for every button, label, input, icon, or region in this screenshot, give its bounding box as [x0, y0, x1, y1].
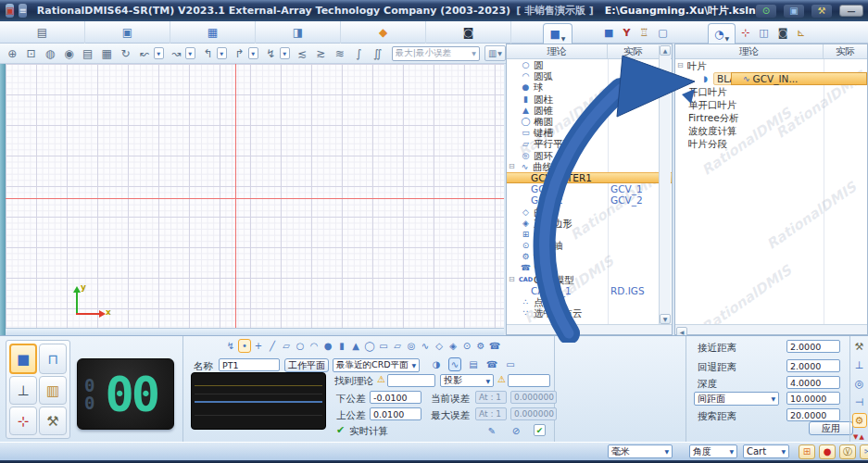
tree-row-single-open-blade[interactable]: 单开口叶片 [675, 98, 867, 111]
workplane-button[interactable]: 工作平面 [284, 358, 329, 372]
retract-input[interactable] [786, 359, 840, 372]
tree-row-parallel-planes[interactable]: ▱平行平面 [507, 138, 672, 149]
actual-column-header[interactable]: 实际 [608, 44, 659, 58]
expander-icon[interactable]: ⊟ [509, 274, 517, 285]
eraser-icon[interactable]: ⊘ [509, 424, 522, 438]
tree-row-torus[interactable]: ◎圆环 [507, 150, 672, 161]
scroll-up-button[interactable]: ▲ [660, 45, 671, 56]
ribbon-tab-6[interactable]: ◙ [426, 21, 511, 44]
apply-button[interactable]: 应用 [809, 421, 853, 435]
theory-column-header[interactable]: 理论 [675, 44, 824, 58]
pan-icon[interactable]: ⊕ [4, 45, 20, 62]
tree-row-blade1[interactable]: ◗ BLADE1 ∿ GCV_IN... [675, 72, 867, 85]
tree-row-cylinder[interactable]: ▮圆柱 [507, 94, 672, 105]
result-sphere-toggle[interactable]: ◑ [430, 357, 443, 371]
expander-icon[interactable]: ⊟ [677, 60, 686, 71]
tree-row-blade-root[interactable]: ⊟叶片 [675, 59, 867, 72]
coordinate-system-dropdown[interactable]: Cart ▼ [743, 444, 789, 458]
tree-row-circle[interactable]: ○圆 [507, 59, 672, 70]
joystick-icon[interactable]: ⊙ [756, 5, 776, 18]
actual-column-header[interactable]: 实际 [824, 44, 867, 58]
tree-row-open-blade[interactable]: 开口叶片 [675, 85, 867, 98]
tree-row-gcv-2[interactable]: GCV_2GCV_2 [507, 194, 672, 206]
result-pipe-toggle[interactable]: ☎ [485, 357, 498, 371]
gallery-split-button[interactable]: ▥▼ [484, 45, 506, 61]
crown-icon[interactable]: ♖ [639, 27, 648, 39]
tree-row-firtree-analysis[interactable]: Firtree分析 [675, 111, 867, 124]
quick-menu-icon[interactable]: ≡ [19, 4, 26, 18]
angle-dropdown[interactable]: 角度 ▼ [689, 444, 737, 458]
tree-row-surface[interactable]: ◇曲面 [507, 206, 672, 217]
probe-path-1-icon[interactable]: ↜ [136, 45, 154, 62]
horizontal-scrollbar[interactable] [507, 324, 672, 334]
find-theory-input[interactable] [387, 374, 435, 387]
axes-icon[interactable]: ⊹ [741, 27, 749, 39]
tree-row-arc[interactable]: ◠圆弧 [507, 70, 672, 81]
feature-view-tab[interactable]: ■▼ [543, 23, 572, 44]
tree-row-combine[interactable]: ⊞组合 [507, 229, 672, 240]
fixture-mode-button[interactable]: ▥ [39, 376, 67, 405]
scan-curve-icon[interactable]: ∫ [350, 45, 367, 62]
probe-path-2-icon[interactable]: ↝ [168, 45, 185, 62]
expander-icon[interactable]: ⊟ [509, 161, 517, 172]
tree-row-sphere[interactable]: ●球 [507, 81, 672, 93]
probe-icon[interactable]: ⊥ [852, 357, 867, 372]
panel-collapse-arrows[interactable]: ▼▲ [853, 433, 865, 441]
frame-icon[interactable]: ◫ [759, 27, 768, 39]
ribbon-tab-5[interactable]: ◆ [341, 21, 426, 44]
monitor-icon[interactable]: ▢ [658, 27, 667, 39]
tree-row-camshaft[interactable]: ⊙凸轮轴 [507, 240, 672, 251]
crd-plane-dropdown[interactable]: 最靠近的CRD平面 ▼ [333, 358, 420, 372]
vertical-scrollbar[interactable]: ▲ ▼ [659, 45, 671, 324]
coordinate-status-icon[interactable]: ⊞ [799, 444, 815, 459]
tree-row-gcv-1[interactable]: GCV_1GCV_1 [507, 183, 672, 194]
ruler-icon[interactable]: ⊾ [797, 27, 805, 39]
realtime-checkbox[interactable]: ✔ [336, 424, 345, 436]
tree-row-gcv-inter1[interactable]: GCV_INTER1 [507, 172, 672, 183]
probe-path-5-dropdown[interactable]: ▼ [280, 47, 290, 59]
error-mode-dropdown[interactable]: 最大|最小误差 ▼ [392, 46, 480, 61]
magnifier-icon[interactable]: ◎ [852, 376, 867, 391]
projection-input[interactable] [508, 374, 550, 387]
ribbon-tab-2[interactable]: ▣ [85, 21, 170, 44]
tree-row-point-cloud[interactable]: ∴点云 [507, 296, 672, 307]
result-table-toggle[interactable]: ▤ [467, 357, 480, 371]
settings-gear-icon[interactable]: ⚙ [852, 413, 867, 428]
sweep-low-icon[interactable]: ≲ [294, 45, 310, 62]
scroll-down-button[interactable]: ▼ [660, 314, 671, 324]
blade1-actual-assignment[interactable]: ∿ GCV_IN... [731, 72, 867, 85]
probe-mode-button[interactable]: ⊥ [9, 376, 37, 405]
tree-row-selected-point-cloud[interactable]: ∵选中的点云 [507, 307, 672, 319]
probe-path-5-icon[interactable]: ↯ [262, 45, 280, 62]
image-icon[interactable]: ▤ [80, 45, 96, 62]
tree-row-pipe[interactable]: ☎管道 [507, 262, 672, 273]
machine-tools-icon[interactable]: ⚒ [811, 5, 832, 18]
units-dropdown[interactable]: 毫米 ▼ [608, 444, 673, 458]
machine-icon[interactable]: ⚒ [852, 339, 867, 354]
scan-curve-2-icon[interactable]: ∬ [369, 45, 385, 62]
blade-view-tab[interactable]: ◔▼ [708, 23, 736, 44]
projection-dropdown[interactable]: 投影 ▼ [440, 374, 494, 387]
machine-mode-button[interactable]: ⚒ [39, 407, 67, 435]
sweep-high-icon[interactable]: ≳ [312, 45, 329, 62]
minimize-button[interactable]: — [839, 5, 863, 17]
tools-status-icon[interactable]: ✂ [860, 444, 868, 459]
eye-icon[interactable]: ◉ [60, 45, 77, 62]
canvas-splitter[interactable] [6, 328, 504, 335]
tree-row-gear[interactable]: ⚙齿轮 [507, 251, 672, 262]
tree-row-cadm-1[interactable]: CADM_1RD.IGS [507, 285, 672, 296]
upper-tolerance-input[interactable] [370, 407, 421, 420]
probe-path-2-dropdown[interactable]: ▼ [185, 47, 195, 59]
probe-path-4-dropdown[interactable]: ▼ [248, 47, 258, 59]
coordinate-mode-button[interactable]: ⊹ [9, 407, 37, 435]
remote-display-icon[interactable]: ▣ [784, 5, 804, 18]
ribbon-tab-4[interactable]: ◨ [256, 21, 341, 44]
ribbon-tab-3[interactable]: ▦ [170, 21, 256, 44]
confirm-checkbox[interactable]: ✔ [534, 424, 546, 436]
edit-icon[interactable]: ✎ [485, 424, 498, 438]
tree-row-polygon[interactable]: ◈正多边形 [507, 218, 672, 229]
spacing-plane-dropdown[interactable]: 间距面 ▼ [694, 392, 779, 406]
depth-input[interactable] [786, 376, 840, 389]
trackball-icon[interactable]: ◍ [42, 45, 58, 62]
snapshot-icon[interactable]: ▦ [98, 45, 115, 62]
